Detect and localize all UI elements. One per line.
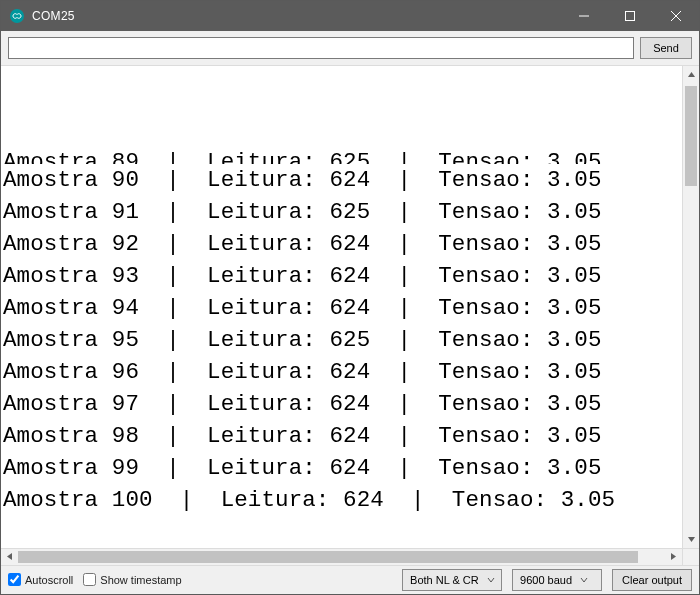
hscroll-track[interactable]	[18, 549, 665, 565]
send-button[interactable]: Send	[640, 37, 692, 59]
serial-line: Amostra 94 | Leitura: 624 | Tensao: 3.05	[3, 292, 693, 324]
scroll-corner	[682, 548, 699, 565]
serial-line: Amostra 92 | Leitura: 624 | Tensao: 3.05	[3, 228, 693, 260]
serial-line: Amostra 89 | Leitura: 625 | Tensao: 3.05	[3, 146, 693, 164]
serial-line: Amostra 96 | Leitura: 624 | Tensao: 3.05	[3, 356, 693, 388]
close-button[interactable]	[653, 1, 699, 31]
serial-line: Amostra 93 | Leitura: 624 | Tensao: 3.05	[3, 260, 693, 292]
timestamp-label: Show timestamp	[100, 574, 181, 586]
horizontal-scrollbar[interactable]	[1, 548, 682, 565]
serial-monitor-window: COM25 Send Amostra 89 | Leitura: 625 | T…	[0, 0, 700, 595]
timestamp-checkbox[interactable]	[83, 573, 96, 586]
baud-select[interactable]: 9600 baud	[512, 569, 602, 591]
bottom-bar: Autoscroll Show timestamp Both NL & CR 9…	[1, 565, 699, 594]
serial-line: Amostra 97 | Leitura: 624 | Tensao: 3.05	[3, 388, 693, 420]
baud-value: 9600 baud	[520, 574, 572, 586]
line-ending-select[interactable]: Both NL & CR	[402, 569, 502, 591]
vscroll-thumb[interactable]	[685, 86, 697, 186]
output-area: Amostra 89 | Leitura: 625 | Tensao: 3.05…	[1, 66, 699, 565]
serial-output-text: Amostra 89 | Leitura: 625 | Tensao: 3.05…	[1, 66, 699, 565]
scroll-left-arrow-icon[interactable]	[1, 548, 18, 565]
svg-point-0	[10, 9, 24, 23]
serial-line	[3, 516, 693, 548]
serial-line: Amostra 90 | Leitura: 624 | Tensao: 3.05	[3, 164, 693, 196]
arduino-logo-icon	[9, 8, 25, 24]
hscroll-thumb[interactable]	[18, 551, 638, 563]
scroll-right-arrow-icon[interactable]	[665, 548, 682, 565]
send-row: Send	[1, 31, 699, 66]
serial-input[interactable]	[8, 37, 634, 59]
autoscroll-label: Autoscroll	[25, 574, 73, 586]
vscroll-track[interactable]	[683, 83, 699, 531]
vertical-scrollbar[interactable]	[682, 66, 699, 548]
timestamp-option[interactable]: Show timestamp	[83, 573, 181, 586]
scroll-down-arrow-icon[interactable]	[683, 531, 699, 548]
serial-line: Amostra 95 | Leitura: 625 | Tensao: 3.05	[3, 324, 693, 356]
autoscroll-checkbox[interactable]	[8, 573, 21, 586]
clear-output-button[interactable]: Clear output	[612, 569, 692, 591]
serial-line: Amostra 99 | Leitura: 624 | Tensao: 3.05	[3, 452, 693, 484]
maximize-button[interactable]	[607, 1, 653, 31]
serial-line: Amostra 91 | Leitura: 625 | Tensao: 3.05	[3, 196, 693, 228]
line-ending-value: Both NL & CR	[410, 574, 479, 586]
window-title: COM25	[32, 9, 75, 23]
svg-rect-1	[626, 12, 635, 21]
scroll-up-arrow-icon[interactable]	[683, 66, 699, 83]
chevron-down-icon	[487, 574, 495, 586]
serial-line: Amostra 100 | Leitura: 624 | Tensao: 3.0…	[3, 484, 693, 516]
minimize-button[interactable]	[561, 1, 607, 31]
chevron-down-icon	[580, 574, 588, 586]
titlebar: COM25	[1, 1, 699, 31]
serial-line: Amostra 98 | Leitura: 624 | Tensao: 3.05	[3, 420, 693, 452]
autoscroll-option[interactable]: Autoscroll	[8, 573, 73, 586]
